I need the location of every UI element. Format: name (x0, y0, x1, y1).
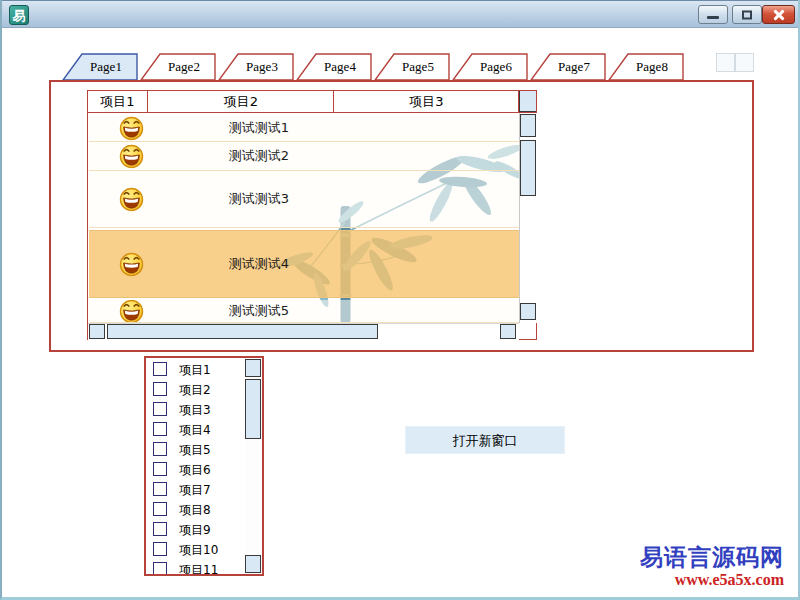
scroll-left-button[interactable] (89, 324, 105, 339)
column-header-3[interactable]: 项目3 (335, 91, 519, 112)
tab-page5[interactable]: Page5 (374, 53, 450, 81)
close-icon (772, 8, 785, 21)
watermark-site: 易语言源码网 (614, 545, 784, 571)
checklist-item[interactable]: 项目1 (146, 360, 244, 380)
tab-label: Page2 (156, 59, 212, 75)
listview-row[interactable]: 测试测试5 (89, 300, 519, 323)
minimize-icon (707, 16, 719, 19)
tab-page4[interactable]: Page4 (296, 53, 372, 81)
row-label: 测试测试1 (144, 119, 374, 137)
tab-page2[interactable]: Page2 (140, 53, 216, 81)
tab-page1[interactable]: Page1 (62, 53, 138, 81)
checklist-item[interactable]: 项目3 (146, 400, 244, 420)
grin-emoji-icon (119, 144, 144, 169)
tab-scroll-right-button[interactable] (735, 53, 754, 72)
checklist-label: 项目2 (179, 382, 211, 399)
tab-page7[interactable]: Page7 (530, 53, 606, 81)
checklist-label: 项目9 (179, 522, 211, 539)
app-icon: 易 (9, 5, 29, 25)
checkbox[interactable] (153, 382, 167, 396)
tab-label: Page8 (624, 59, 680, 75)
listview-row-selected[interactable]: 测试测试4 (89, 230, 519, 298)
checkbox[interactable] (153, 562, 167, 576)
horizontal-scrollbar[interactable] (88, 323, 519, 340)
checkbox[interactable] (153, 482, 167, 496)
minimize-button[interactable] (698, 5, 728, 24)
column-header-1[interactable]: 项目1 (88, 91, 148, 112)
checklist-item[interactable]: 项目6 (146, 460, 244, 480)
checkbox[interactable] (153, 462, 167, 476)
checklist-label: 项目7 (179, 482, 211, 499)
watermark: 易语言源码网 www.e5a5x.com (614, 545, 784, 589)
row-label: 测试测试5 (144, 302, 374, 320)
checklist-label: 项目10 (179, 542, 218, 559)
checkbox[interactable] (153, 442, 167, 456)
listview-row[interactable]: 测试测试2 (89, 142, 519, 171)
tab-label: Page1 (78, 59, 134, 75)
vertical-scroll-thumb[interactable] (520, 140, 536, 196)
checklist-scroll-thumb[interactable] (245, 379, 261, 439)
row-label: 测试测试3 (144, 190, 374, 208)
row-label: 测试测试4 (144, 255, 374, 273)
scroll-up-button[interactable] (520, 114, 536, 137)
tab-label: Page6 (468, 59, 524, 75)
checkbox[interactable] (153, 362, 167, 376)
grin-emoji-icon (119, 187, 144, 212)
checklist-label: 项目1 (179, 362, 211, 379)
checklist-item[interactable]: 项目8 (146, 500, 244, 520)
checklist-item[interactable]: 项目4 (146, 420, 244, 440)
horizontal-scroll-thumb[interactable] (107, 324, 378, 339)
tab-scroll-left-button[interactable] (716, 53, 735, 72)
checklist-item[interactable]: 项目5 (146, 440, 244, 460)
checkbox[interactable] (153, 542, 167, 556)
tab-label: Page3 (234, 59, 290, 75)
maximize-icon (742, 10, 752, 19)
scroll-right-button[interactable] (500, 324, 516, 339)
grin-emoji-icon (119, 115, 144, 140)
checklist-scrollbar[interactable] (245, 358, 262, 574)
checklist-item[interactable]: 项目2 (146, 380, 244, 400)
titlebar[interactable]: 易 (2, 0, 798, 28)
tab-label: Page7 (546, 59, 602, 75)
column-header-2[interactable]: 项目2 (149, 91, 334, 112)
listview-header: 项目1 项目2 项目3 (88, 91, 536, 113)
maximize-button[interactable] (732, 5, 762, 24)
close-button[interactable] (762, 5, 795, 24)
row-label: 测试测试2 (144, 147, 374, 165)
listview: 测试测试1 测试测试2 测试测试3 测试测试4 测试测试5 项目1 项目2 (87, 90, 537, 340)
checklist-label: 项目5 (179, 442, 211, 459)
app-window: 易 Page1 Page2 Page3 Page4 Page5 Page6 Pa… (0, 0, 800, 600)
checklist-item[interactable]: 项目10 (146, 540, 244, 560)
grin-emoji-icon (119, 252, 144, 277)
checklist-item[interactable]: 项目9 (146, 520, 244, 540)
tab-page6[interactable]: Page6 (452, 53, 528, 81)
checklist-label: 项目11 (179, 562, 218, 576)
tab-page8[interactable]: Page8 (608, 53, 684, 81)
tab-label: Page4 (312, 59, 368, 75)
checkbox[interactable] (153, 522, 167, 536)
checklist-scroll-down-button[interactable] (245, 555, 261, 573)
checkbox[interactable] (153, 422, 167, 436)
checkbox[interactable] (153, 502, 167, 516)
checklist: 项目1 项目2 项目3 项目4 项目5 项目6 项目7 项目8 项目9 项目10… (144, 356, 264, 576)
grin-emoji-icon (119, 300, 144, 323)
checklist-scroll-up-button[interactable] (245, 359, 261, 377)
checklist-label: 项目6 (179, 462, 211, 479)
listview-row[interactable]: 测试测试1 (89, 114, 519, 142)
tab-page3[interactable]: Page3 (218, 53, 294, 81)
scroll-down-button[interactable] (520, 303, 536, 320)
tab-label: Page5 (390, 59, 446, 75)
tab-page-panel: 测试测试1 测试测试2 测试测试3 测试测试4 测试测试5 项目1 项目2 (49, 80, 754, 352)
checklist-label: 项目4 (179, 422, 211, 439)
checklist-label: 项目3 (179, 402, 211, 419)
checkbox[interactable] (153, 402, 167, 416)
checklist-item[interactable]: 项目7 (146, 480, 244, 500)
checklist-item[interactable]: 项目11 (146, 560, 244, 576)
watermark-url: www.e5a5x.com (614, 571, 784, 589)
open-new-window-button[interactable]: 打开新窗口 (405, 426, 565, 454)
checklist-label: 项目8 (179, 502, 211, 519)
vertical-scrollbar[interactable] (519, 113, 537, 323)
listview-row[interactable]: 测试测试3 (89, 171, 519, 228)
header-corner (519, 91, 536, 112)
